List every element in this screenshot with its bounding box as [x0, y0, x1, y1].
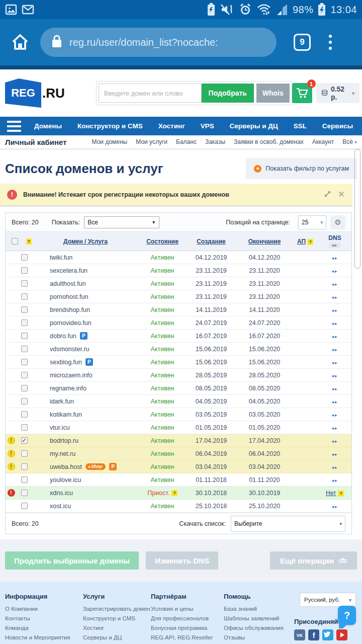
domain-link[interactable]: regname.info: [50, 385, 86, 392]
account-nav-item[interactable]: Заказы: [205, 138, 225, 145]
row-checkbox[interactable]: [21, 450, 28, 457]
close-icon[interactable]: ✕: [338, 189, 345, 200]
parking-badge[interactable]: P: [85, 358, 93, 366]
dns-servers-icon[interactable]: ◂▸: [331, 269, 338, 274]
dns-servers-icon[interactable]: ◂▸: [331, 347, 338, 352]
nav-item-сервисы[interactable]: Сервисы: [322, 122, 353, 130]
help-chat-button[interactable]: ?: [338, 606, 356, 625]
balance-dropdown[interactable]: 0.52 р. ▾: [316, 83, 359, 103]
dns-servers-icon[interactable]: ◂▸: [331, 426, 338, 431]
row-checkbox[interactable]: ✓: [21, 437, 28, 444]
footer-link[interactable]: Офисы обслуживания: [224, 623, 297, 633]
row-checkbox[interactable]: [21, 490, 28, 496]
col-expires[interactable]: Окончание: [237, 238, 292, 245]
footer-link[interactable]: Условия и цены: [151, 604, 224, 614]
row-checkbox[interactable]: [21, 424, 28, 431]
search-submit-button[interactable]: Подобрать: [202, 84, 254, 103]
row-checkbox[interactable]: [21, 293, 28, 300]
dns-servers-icon[interactable]: ◂▸: [331, 373, 338, 378]
facebook-icon[interactable]: f: [308, 629, 319, 640]
renew-domains-button[interactable]: Продлить выбранные домены: [5, 551, 139, 570]
shop-badge[interactable]: Shop: [85, 463, 106, 470]
dns-servers-icon[interactable]: ◂▸: [331, 360, 338, 365]
domain-link[interactable]: microzaem.info: [50, 372, 93, 379]
download-list-select[interactable]: Выберите ▾: [231, 516, 345, 532]
footer-link[interactable]: Команда: [5, 623, 83, 633]
domain-link[interactable]: pornovideo.fun: [50, 319, 92, 327]
row-checkbox[interactable]: [21, 306, 28, 313]
account-nav-item[interactable]: Мои услуги: [136, 138, 167, 145]
footer-link[interactable]: Бонусная программа: [151, 623, 224, 633]
domain-link[interactable]: vtur.icu: [50, 424, 70, 431]
account-nav-item[interactable]: Заявки в освоб. доменах: [234, 138, 304, 145]
domain-link[interactable]: xost.icu: [50, 503, 71, 510]
row-checkbox[interactable]: [21, 359, 28, 365]
domain-link[interactable]: bodrtop.ru: [50, 437, 78, 444]
account-nav-item[interactable]: Мои домены: [92, 138, 128, 145]
dns-servers-icon[interactable]: ◂▸: [331, 465, 338, 470]
parking-badge[interactable]: P: [109, 463, 117, 470]
col-ap[interactable]: АП ?: [292, 238, 318, 245]
domain-link[interactable]: kotikam.fun: [50, 411, 82, 418]
dns-servers-icon[interactable]: ◂▸: [331, 282, 338, 287]
row-checkbox[interactable]: [21, 346, 28, 352]
row-checkbox[interactable]: [21, 254, 28, 261]
row-checkbox[interactable]: [21, 398, 28, 405]
footer-link[interactable]: Серверы и ДЦ: [83, 633, 151, 642]
domain-link[interactable]: uweba.host: [50, 463, 82, 470]
dns-servers-icon[interactable]: ◂▸: [331, 256, 338, 261]
nav-item-домены[interactable]: Домены: [34, 122, 62, 130]
nav-item-ssl[interactable]: SSL: [294, 122, 307, 130]
footer-link[interactable]: Зарегистрировать домен: [83, 604, 151, 614]
row-checkbox[interactable]: [21, 267, 28, 274]
row-checkbox[interactable]: [21, 503, 28, 509]
domain-link[interactable]: adulthost.fun: [50, 280, 86, 287]
home-button[interactable]: [7, 31, 33, 53]
domain-link[interactable]: twiki.fun: [50, 254, 72, 261]
dns-servers-icon[interactable]: ◂▸: [331, 504, 338, 509]
per-page-select[interactable]: 25 ▾: [298, 215, 326, 229]
account-nav-item[interactable]: Всё▾: [342, 138, 357, 145]
domain-link[interactable]: xdns.icu: [50, 490, 73, 497]
dns-servers-icon[interactable]: ◂▸: [331, 478, 338, 483]
domain-link[interactable]: dobro.fun: [50, 333, 76, 340]
row-checkbox[interactable]: [21, 280, 28, 287]
dns-servers-icon[interactable]: ◂▸: [331, 413, 338, 418]
domain-search-input[interactable]: [99, 84, 202, 103]
row-checkbox[interactable]: [21, 333, 28, 339]
cart-button[interactable]: 1: [292, 83, 312, 103]
more-operations-button[interactable]: Ещё операции ▲: [270, 551, 357, 570]
dns-servers-icon[interactable]: ◂▸: [331, 321, 338, 326]
domain-link[interactable]: sexcetera.fun: [50, 267, 87, 274]
scrollbar[interactable]: [354, 149, 360, 269]
help-badge[interactable]: ?: [171, 490, 177, 496]
row-checkbox[interactable]: [21, 476, 28, 483]
row-checkbox[interactable]: [21, 411, 28, 418]
domain-link[interactable]: vdsmonster.ru: [50, 346, 89, 353]
nav-item-конструктор и cms[interactable]: Конструктор и CMS: [77, 122, 143, 130]
show-filter-select[interactable]: Все ▼: [84, 216, 159, 228]
dns-servers-icon[interactable]: ◂▸: [331, 295, 338, 300]
dns-servers-icon[interactable]: ◂▸: [331, 399, 338, 405]
nav-item-хостинг[interactable]: Хостинг: [158, 122, 185, 130]
account-nav-item[interactable]: Баланс: [176, 138, 197, 145]
nav-item-серверы и дц[interactable]: Серверы и ДЦ: [230, 122, 278, 130]
footer-link[interactable]: Конструктор и CMS: [83, 614, 151, 623]
parking-badge[interactable]: P: [80, 332, 87, 340]
footer-link[interactable]: База знаний: [224, 604, 297, 614]
footer-link[interactable]: О Компании: [5, 604, 83, 614]
dns-servers-icon[interactable]: ◂▸: [331, 452, 338, 457]
domain-link[interactable]: youlove.icu: [50, 476, 81, 484]
domain-link[interactable]: pornohost.fun: [50, 293, 88, 300]
dns-servers-icon[interactable]: ◂▸: [331, 308, 338, 313]
help-badge[interactable]: ?: [26, 238, 32, 245]
regru-logo[interactable]: REG .RU: [5, 78, 65, 108]
col-status[interactable]: Состояние: [139, 238, 186, 245]
domain-link[interactable]: my.net.ru: [50, 450, 75, 457]
footer-link[interactable]: REG.API, REG.Reseller: [151, 633, 224, 642]
whois-button[interactable]: Whois: [256, 84, 290, 103]
show-filter-button[interactable]: + Показать фильтр по услугам: [246, 158, 357, 179]
help-badge[interactable]: ?: [307, 239, 313, 245]
expand-icon[interactable]: [324, 190, 331, 199]
nav-item-vps[interactable]: VPS: [201, 122, 214, 130]
